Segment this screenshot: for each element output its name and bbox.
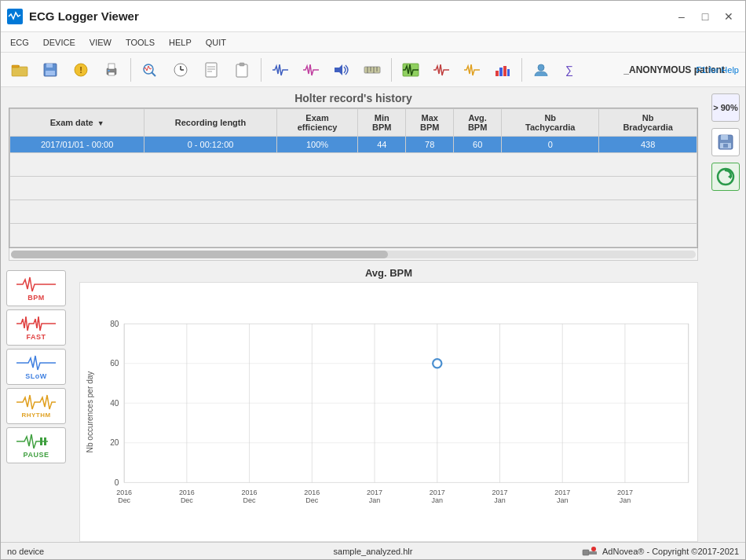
slow-button[interactable]: SLoW [6,349,66,385]
toolbar-sep-2 [261,58,261,82]
sigma-button[interactable]: ∑ [558,56,586,84]
rhythm-button[interactable]: RHYTHM [6,388,66,424]
svg-text:Dec: Dec [181,496,193,504]
ecg-filter-button[interactable] [427,56,455,84]
bars-button[interactable] [488,56,517,84]
menu-bar: ECG DEVICE VIEW TOOLS HELP QUIT [1,32,745,53]
toolbar-sep-1 [130,58,131,82]
svg-rect-32 [499,68,503,76]
svg-rect-31 [496,71,499,76]
left-sidebar: BPM FAST SLoW [1,264,71,542]
pause-label: PAUSE [24,451,49,459]
doc-button[interactable] [197,56,225,84]
cell-exam-date: 2017/01/01 - 00:00 [10,137,144,153]
empty-row [10,177,697,200]
y-tick-40: 40 [110,399,119,408]
empty-row [10,153,697,177]
svg-rect-5 [46,64,53,68]
filter-90-button[interactable]: > 90% [711,93,740,122]
svg-rect-6 [46,71,55,75]
help-text: F1 for Help [697,65,739,75]
ecg-signal-button[interactable] [458,56,486,84]
chart-area: Avg. BPM Nb occurences per day [71,264,706,542]
save-icon [716,133,735,152]
user-button[interactable] [527,56,555,84]
save-button[interactable] [36,56,64,84]
right-panel: > 90% [706,87,745,542]
history-table-container: Exam date ▼ Recording length Examefficie… [9,108,698,248]
toolbar: ! [1,53,745,87]
bpm-button[interactable]: BPM [6,270,66,306]
table-row[interactable]: 2017/01/01 - 00:00 0 - 00:12:00 100% 44 … [10,137,697,153]
svg-rect-12 [108,70,110,71]
empty-row [10,224,697,247]
y-tick-20: 20 [110,438,119,447]
menu-quit[interactable]: QUIT [199,34,232,51]
cell-recording-length: 0 - 00:12:00 [144,137,276,153]
svg-rect-38 [44,437,46,445]
cell-nb-bradycardia: 438 [599,137,697,153]
clipboard-button[interactable] [228,56,256,84]
toolbar-sep-3 [391,58,392,82]
svg-text:Dec: Dec [243,496,256,504]
holter-title: Holter record's history [294,92,412,104]
svg-text:Dec: Dec [118,496,130,504]
fast-icon [16,315,56,332]
open-button[interactable] [5,56,34,84]
cell-avg-bpm: 60 [454,137,502,153]
refresh-button[interactable] [711,163,740,191]
save-chart-button[interactable] [711,128,740,156]
print-button[interactable] [97,56,126,84]
svg-rect-74 [583,550,589,555]
scrollbar-thumb[interactable] [11,251,388,258]
pause-icon [16,433,56,450]
menu-device[interactable]: DEVICE [37,34,82,51]
ecg-wave-2-button[interactable] [297,56,325,84]
ruler-button[interactable] [358,56,386,84]
svg-rect-10 [108,64,115,69]
ecg-green-button[interactable] [397,56,425,84]
ecg-wave-1-button[interactable] [266,56,294,84]
svg-text:Dec: Dec [305,496,318,504]
svg-rect-69 [721,135,728,140]
y-tick-60: 60 [110,359,119,368]
search-ecg-button[interactable] [136,56,164,84]
minimize-button[interactable]: – [671,6,692,27]
cell-exam-efficiency: 100% [276,137,358,153]
refresh-icon [715,167,736,187]
bpm-label: BPM [27,294,45,302]
info-button[interactable]: ! [67,56,95,84]
clock-button[interactable] [166,56,195,84]
svg-marker-73 [728,174,731,179]
menu-help[interactable]: HELP [163,34,198,51]
maximize-button[interactable]: □ [695,6,715,27]
fast-button[interactable]: FAST [6,309,66,346]
svg-text:Jan: Jan [432,496,443,504]
svg-rect-18 [206,63,217,77]
svg-text:2017: 2017 [554,489,570,496]
col-exam-date[interactable]: Exam date ▼ [10,109,144,137]
chart-svg: Nb occurences per day [80,283,697,541]
table-scrollbar[interactable] [9,248,698,261]
app-icon [7,9,23,24]
svg-rect-25 [364,67,380,73]
cell-max-bpm: 78 [406,137,454,153]
y-axis-label: Nb occurences per day [86,371,94,453]
slow-label: SLoW [25,372,47,380]
menu-ecg[interactable]: ECG [4,34,35,51]
menu-view[interactable]: VIEW [83,34,118,51]
svg-rect-23 [240,63,244,66]
svg-text:!: ! [79,65,82,75]
svg-rect-33 [503,66,506,76]
fast-label: FAST [26,333,46,341]
pause-button[interactable]: PAUSE [6,427,66,463]
menu-tools[interactable]: TOOLS [119,34,161,51]
y-tick-0: 0 [115,478,119,487]
col-avg-bpm: Avg.BPM [454,109,502,137]
volume-button[interactable] [327,56,356,84]
close-button[interactable]: ✕ [719,6,739,27]
col-recording-length: Recording length [144,109,276,137]
slow-icon [16,354,56,372]
data-point [433,359,441,368]
col-nb-tachycardia: NbTachycardia [502,109,599,137]
